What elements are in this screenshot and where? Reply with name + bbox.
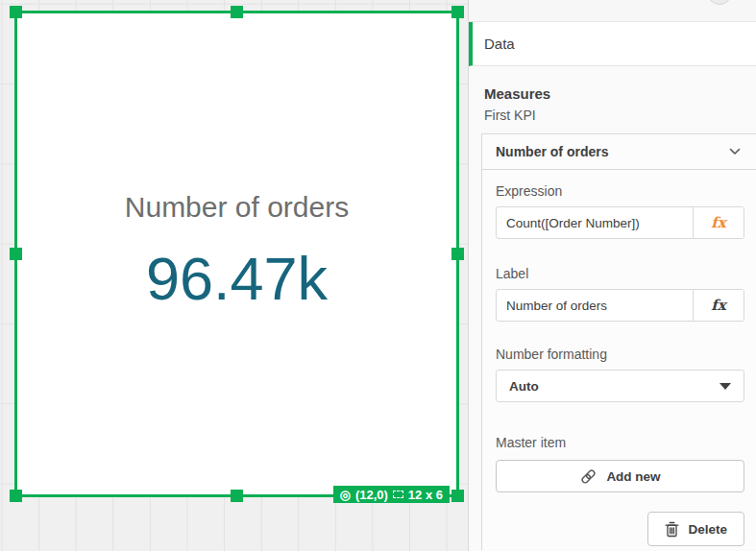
fx-icon: fx [711,297,725,314]
label-label: Label [496,264,744,283]
resize-handle-ne[interactable] [451,6,464,18]
delete-row: Delete [496,512,744,546]
label-input[interactable] [497,290,693,321]
number-formatting-value: Auto [509,379,539,394]
measure-accordion-header[interactable]: Number of orders [482,134,756,170]
add-new-label: Add new [606,469,660,484]
sheet-canvas[interactable]: Number of orders 96.47k ◎ (12,0) 12 x 6 [0,0,468,551]
resize-handle-se[interactable] [451,490,464,502]
measure-accordion-body: Expression fx Label fx Number formatting [482,170,756,546]
fx-icon: fx [711,214,725,231]
measure-accordion: Number of orders Expression fx Label [481,133,756,550]
section-subtitle: First KPI [484,108,741,124]
link-icon [579,467,597,486]
master-item-label: Master item [496,433,744,452]
resize-handle-n[interactable] [231,6,243,18]
chevron-down-icon [729,148,741,156]
kpi-widget[interactable]: Number of orders 96.47k ◎ (12,0) 12 x 6 [14,11,459,497]
add-new-button[interactable]: Add new [496,460,744,492]
number-formatting-label: Number formatting [496,345,744,364]
number-formatting-dropdown[interactable]: Auto [496,370,744,402]
position-icon: ◎ [340,489,351,501]
panel-collapse-handle[interactable] [707,0,732,5]
kpi-value: 96.47k [17,245,456,312]
measures-section-header: Measures First KPI [469,66,756,133]
panel-top-strip [469,0,756,22]
label-field-group: fx [496,289,744,322]
caret-down-icon [719,383,731,390]
resize-handle-nw[interactable] [10,6,22,18]
tab-data[interactable]: Data [469,22,756,66]
expression-field-group: fx [496,206,744,239]
selection-size: 12 x 6 [408,488,443,502]
properties-panel: Data Measures First KPI Number of orders… [468,0,756,551]
label-fx-button[interactable]: fx [693,290,744,321]
qlik-sense-edit-view: Number of orders 96.47k ◎ (12,0) 12 x 6 [0,0,756,551]
section-title: Measures [484,85,741,103]
tab-data-label: Data [484,36,515,52]
selection-position: (12,0) [355,488,388,502]
expression-input[interactable] [497,207,693,238]
size-icon [393,491,403,498]
resize-handle-e[interactable] [451,248,464,260]
expression-label: Expression [496,181,744,201]
kpi-title: Number of orders [17,189,456,226]
expression-fx-button[interactable]: fx [693,207,744,238]
resize-handle-s[interactable] [231,490,243,502]
trash-icon [665,521,679,538]
selection-info-badge: ◎ (12,0) 12 x 6 [333,486,450,503]
resize-handle-sw[interactable] [10,490,22,502]
resize-handle-w[interactable] [10,248,22,260]
measure-accordion-title: Number of orders [496,144,608,159]
kpi-content: Number of orders 96.47k [17,189,456,312]
delete-label: Delete [688,522,727,537]
delete-button[interactable]: Delete [647,512,744,546]
